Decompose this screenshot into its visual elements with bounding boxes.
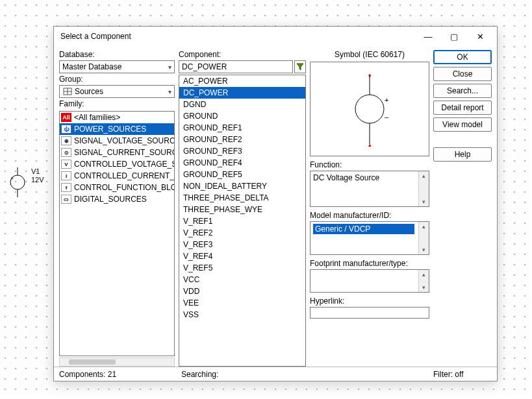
status-components-label: Components: xyxy=(59,370,105,379)
family-item[interactable]: ⏻POWER_SOURCES xyxy=(60,123,174,135)
family-item-icon: ▭ xyxy=(61,195,71,204)
family-item-icon: ⊕ xyxy=(61,136,71,145)
component-item[interactable]: V_REF1 xyxy=(179,215,305,227)
chevron-down-icon: ▾ xyxy=(168,64,171,71)
placed-dc-source[interactable]: + V1 12V xyxy=(6,167,29,197)
component-item[interactable]: DGND xyxy=(179,99,305,110)
family-item-label: <All families> xyxy=(74,113,120,122)
family-item-label: DIGITAL_SOURCES xyxy=(74,195,147,204)
family-item-icon: ⏻ xyxy=(61,125,71,134)
component-item[interactable]: GROUND_REF4 xyxy=(179,157,305,169)
group-select[interactable]: Sources ▾ xyxy=(59,85,175,98)
component-list[interactable]: AC_POWERDC_POWERDGNDGROUNDGROUND_REF1GRO… xyxy=(179,75,306,367)
close-button[interactable]: Close xyxy=(433,67,492,81)
chevron-down-icon: ▾ xyxy=(168,88,171,95)
database-select[interactable]: Master Database ▾ xyxy=(59,60,175,73)
family-item-icon: All xyxy=(61,113,71,122)
function-scrollbar[interactable]: ▴▾ xyxy=(418,171,429,206)
component-item[interactable]: NON_IDEAL_BATTERY xyxy=(179,180,305,192)
hyperlink-box[interactable] xyxy=(310,307,429,319)
plus-icon: + xyxy=(385,96,388,104)
family-item[interactable]: ▭DIGITAL_SOURCES xyxy=(60,193,174,205)
footprint-scrollbar[interactable]: ▴▾ xyxy=(418,270,429,292)
family-item-label: CONTROL_FUNCTION_BLOCKS xyxy=(74,183,175,192)
component-item[interactable]: GROUND_REF1 xyxy=(179,122,305,134)
model-mfr-scrollbar[interactable]: ▴▾ xyxy=(418,222,429,254)
family-item[interactable]: ⊕SIGNAL_VOLTAGE_SOURCES xyxy=(60,135,174,147)
view-model-button[interactable]: View model xyxy=(433,117,492,132)
group-icon xyxy=(62,87,73,96)
component-item[interactable]: VCC xyxy=(179,274,305,285)
svg-text:+: + xyxy=(10,175,14,182)
close-window-button[interactable]: ✕ xyxy=(467,28,493,45)
footprint-box[interactable]: ▴▾ xyxy=(310,269,429,293)
family-item-icon: V xyxy=(61,160,71,169)
function-label: Function: xyxy=(310,160,429,169)
family-item[interactable]: All<All families> xyxy=(60,112,174,123)
detail-report-button[interactable]: Detail report xyxy=(433,101,492,115)
component-item[interactable]: AC_POWER xyxy=(179,75,305,87)
filter-icon-button[interactable] xyxy=(294,60,306,73)
component-item[interactable]: V_REF3 xyxy=(179,239,305,250)
component-item[interactable]: GROUND_REF5 xyxy=(179,169,305,180)
family-item-icon: ⊙ xyxy=(61,148,71,157)
hyperlink-label: Hyperlink: xyxy=(310,296,429,306)
function-box: DC Voltage Source ▴▾ xyxy=(310,171,429,207)
component-item[interactable]: VDD xyxy=(179,285,305,297)
maximize-button[interactable]: ▢ xyxy=(441,28,467,45)
svg-text:▾: ▾ xyxy=(368,73,372,79)
status-bar: Components: 21 Searching: Filter: off xyxy=(54,367,497,381)
search-button[interactable]: Search... xyxy=(433,84,492,98)
component-item[interactable]: V_REF5 xyxy=(179,262,305,274)
minimize-button[interactable]: — xyxy=(415,28,441,45)
component-item[interactable]: V_REF4 xyxy=(179,250,305,262)
group-value: Sources xyxy=(75,87,168,96)
status-components-count: 21 xyxy=(108,370,116,379)
component-item[interactable]: GROUND_REF2 xyxy=(179,134,305,145)
component-item[interactable]: VSS xyxy=(179,309,305,320)
component-input-value: DC_POWER xyxy=(182,62,227,71)
family-item-label: POWER_SOURCES xyxy=(74,125,146,134)
status-filter-label: Filter: xyxy=(433,370,453,379)
symbol-caption: Symbol (IEC 60617) xyxy=(310,50,429,59)
footprint-label: Footprint manufacturer/type: xyxy=(310,259,429,268)
model-mfr-item[interactable]: Generic / VDCP xyxy=(313,224,414,234)
placed-val: 12V xyxy=(31,176,44,184)
model-mfr-box[interactable]: Generic / VDCP ▴▾ xyxy=(310,221,429,255)
component-item[interactable]: VEE xyxy=(179,297,305,309)
function-text: DC Voltage Source xyxy=(313,173,379,182)
family-item[interactable]: ICONTROLLED_CURRENT_SOURCES xyxy=(60,170,174,182)
select-component-dialog: Select a Component — ▢ ✕ Database: Maste… xyxy=(53,26,498,381)
svg-text:▴: ▴ xyxy=(368,141,372,148)
ok-button[interactable]: OK xyxy=(433,50,492,64)
component-item[interactable]: THREE_PHASE_DELTA xyxy=(179,192,305,204)
family-item-label: SIGNAL_VOLTAGE_SOURCES xyxy=(74,136,175,145)
family-item[interactable]: VCONTROLLED_VOLTAGE_SOURCES xyxy=(60,158,174,170)
svg-point-9 xyxy=(355,95,384,123)
status-searching-label: Searching: xyxy=(181,370,218,379)
family-label: Family: xyxy=(59,99,175,108)
component-item[interactable]: V_REF2 xyxy=(179,227,305,239)
family-list[interactable]: All<All families>⏻POWER_SOURCES⊕SIGNAL_V… xyxy=(59,111,175,356)
status-filter-value: off xyxy=(455,370,463,379)
family-item-label: CONTROLLED_VOLTAGE_SOURCES xyxy=(74,160,175,169)
dialog-title: Select a Component xyxy=(60,32,415,41)
minus-icon: – xyxy=(385,113,389,121)
component-item[interactable]: GROUND xyxy=(179,110,305,122)
family-item[interactable]: fCONTROL_FUNCTION_BLOCKS xyxy=(60,182,174,193)
titlebar: Select a Component — ▢ ✕ xyxy=(54,27,497,46)
family-item[interactable]: ⊙SIGNAL_CURRENT_SOURCES xyxy=(60,147,174,158)
component-input[interactable]: DC_POWER xyxy=(179,60,293,73)
component-item[interactable]: THREE_PHASE_WYE xyxy=(179,204,305,215)
family-item-icon: f xyxy=(61,183,71,192)
family-item-label: CONTROLLED_CURRENT_SOURCES xyxy=(74,171,175,180)
component-item[interactable]: DC_POWER xyxy=(179,87,305,99)
family-item-icon: I xyxy=(61,171,71,180)
model-mfr-label: Model manufacturer/ID: xyxy=(310,211,429,220)
help-button[interactable]: Help xyxy=(433,147,492,162)
component-item[interactable]: GROUND_REF3 xyxy=(179,145,305,157)
symbol-preview: ▾ + – ▴ xyxy=(310,62,429,156)
family-hscrollbar[interactable] xyxy=(59,357,175,367)
database-label: Database: xyxy=(59,50,175,59)
group-label: Group: xyxy=(59,75,175,84)
